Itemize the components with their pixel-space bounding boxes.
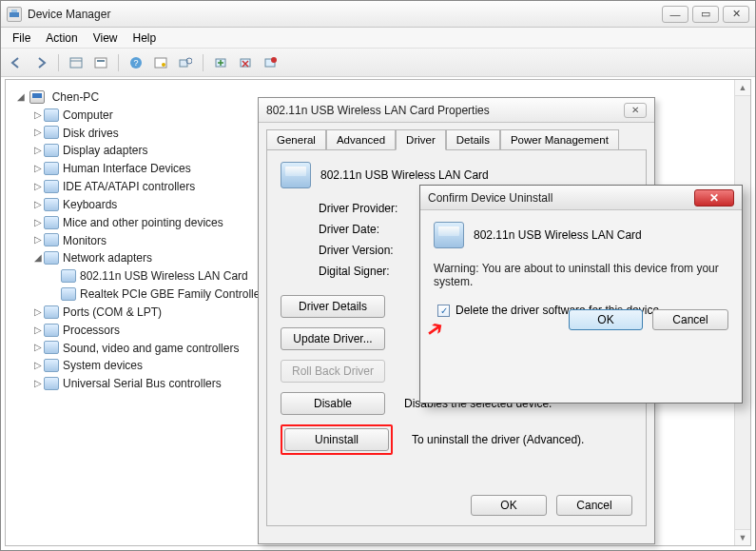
expand-icon[interactable]: ▷ bbox=[32, 339, 44, 356]
update-driver-button[interactable] bbox=[209, 52, 232, 73]
dialog-title: 802.11n USB Wireless LAN Card Properties bbox=[266, 104, 624, 117]
menu-file[interactable]: File bbox=[5, 30, 38, 47]
roll-back-driver-button[interactable]: Roll Back Driver bbox=[281, 360, 385, 383]
properties-ok-button[interactable]: OK bbox=[471, 495, 547, 516]
confirm-cancel-button[interactable]: Cancel bbox=[652, 309, 728, 330]
help-button[interactable]: ? bbox=[125, 52, 147, 73]
expand-icon[interactable]: ▷ bbox=[32, 304, 44, 321]
show-hidden-button[interactable] bbox=[65, 52, 87, 73]
tree-item-network[interactable]: Network adapters bbox=[63, 251, 152, 265]
toolbar-separator bbox=[203, 54, 204, 71]
driver-details-button[interactable]: Driver Details bbox=[281, 295, 385, 318]
delete-driver-checkbox[interactable]: ✓ bbox=[437, 305, 450, 317]
tree-item[interactable]: Keyboards bbox=[63, 198, 117, 211]
network-adapter-icon bbox=[434, 222, 464, 248]
expand-icon[interactable]: ▷ bbox=[32, 124, 44, 141]
tree-item[interactable]: Mice and other pointing devices bbox=[63, 216, 223, 229]
device-category-icon bbox=[44, 180, 59, 193]
tree-root-label[interactable]: Chen-PC bbox=[52, 90, 99, 104]
scan-hardware-button[interactable] bbox=[174, 52, 197, 73]
dialog-close-button[interactable]: ✕ bbox=[624, 103, 647, 118]
close-button[interactable]: ✕ bbox=[723, 6, 749, 23]
expand-icon[interactable]: ▷ bbox=[32, 214, 44, 231]
svg-text:?: ? bbox=[133, 58, 138, 68]
tree-item[interactable]: Ports (COM & LPT) bbox=[63, 305, 162, 319]
tree-item[interactable]: Universal Serial Bus controllers bbox=[63, 377, 222, 390]
svg-rect-4 bbox=[95, 58, 107, 68]
dialog-titlebar: Confirm Device Uninstall ✕ bbox=[420, 186, 742, 210]
spacer bbox=[49, 267, 61, 285]
menu-bar: File Action View Help bbox=[1, 28, 755, 49]
minimize-button[interactable]: — bbox=[662, 6, 688, 23]
disable-button[interactable]: Disable bbox=[281, 392, 385, 415]
tab-general[interactable]: General bbox=[266, 129, 326, 150]
tab-power-management[interactable]: Power Management bbox=[500, 129, 619, 150]
svg-rect-5 bbox=[97, 60, 105, 62]
svg-rect-0 bbox=[10, 12, 19, 17]
device-category-icon bbox=[44, 126, 59, 139]
expand-icon[interactable]: ▷ bbox=[32, 142, 44, 159]
tab-advanced[interactable]: Advanced bbox=[326, 129, 396, 150]
collapse-icon[interactable]: ◢ bbox=[32, 249, 44, 266]
svg-rect-2 bbox=[70, 58, 82, 68]
highlight-annotation: Uninstall bbox=[281, 424, 393, 455]
expand-icon[interactable]: ▷ bbox=[32, 375, 44, 392]
device-category-icon bbox=[44, 216, 59, 229]
tree-item[interactable]: Monitors bbox=[63, 233, 107, 246]
tree-item[interactable]: Display adapters bbox=[63, 144, 147, 157]
expand-icon[interactable]: ▷ bbox=[32, 160, 44, 177]
tree-item[interactable]: Sound, video and game controllers bbox=[63, 341, 239, 354]
toolbar-separator bbox=[118, 54, 119, 71]
forward-button[interactable] bbox=[29, 52, 52, 73]
expand-icon[interactable]: ▷ bbox=[32, 357, 44, 374]
action-properties-button[interactable] bbox=[149, 52, 172, 73]
scroll-up-icon[interactable]: ▲ bbox=[735, 80, 750, 96]
device-category-icon bbox=[44, 359, 59, 372]
uninstall-description: To uninstall the driver (Advanced). bbox=[412, 433, 584, 446]
svg-point-17 bbox=[271, 57, 277, 63]
spacer bbox=[49, 285, 61, 303]
warning-text: Warning: You are about to uninstall this… bbox=[434, 262, 728, 288]
tree-item[interactable]: IDE ATA/ATAPI controllers bbox=[63, 180, 195, 193]
expand-icon[interactable]: ▷ bbox=[32, 178, 44, 195]
back-button[interactable] bbox=[5, 52, 28, 73]
driver-date-label: Driver Date: bbox=[319, 223, 433, 236]
dialog-body: 802.11n USB Wireless LAN Card Warning: Y… bbox=[420, 210, 742, 342]
tab-driver[interactable]: Driver bbox=[396, 129, 446, 150]
expand-icon[interactable]: ▷ bbox=[32, 231, 44, 248]
app-icon bbox=[7, 7, 22, 22]
expand-icon[interactable]: ▷ bbox=[32, 322, 44, 339]
tab-details[interactable]: Details bbox=[446, 129, 500, 150]
network-adapter-icon bbox=[61, 269, 76, 283]
properties-cancel-button[interactable]: Cancel bbox=[556, 495, 632, 516]
tree-item[interactable]: Human Interface Devices bbox=[63, 162, 191, 175]
scroll-down-icon[interactable]: ▼ bbox=[735, 529, 750, 545]
uninstall-button[interactable]: Uninstall bbox=[284, 428, 389, 451]
tree-item[interactable]: Computer bbox=[63, 108, 113, 122]
expand-icon[interactable]: ▷ bbox=[32, 107, 44, 124]
arrow-annotation-icon: ➔ bbox=[420, 314, 449, 344]
dialog-close-button[interactable]: ✕ bbox=[694, 189, 734, 207]
device-name-label: 802.11n USB Wireless LAN Card bbox=[320, 168, 489, 182]
disable-device-button[interactable] bbox=[234, 52, 257, 73]
update-driver-button[interactable]: Update Driver... bbox=[281, 327, 385, 350]
tree-item[interactable]: Processors bbox=[63, 324, 120, 337]
confirm-ok-button[interactable]: OK bbox=[569, 309, 643, 330]
menu-help[interactable]: Help bbox=[126, 30, 165, 47]
maximize-button[interactable]: ▭ bbox=[692, 6, 719, 23]
menu-view[interactable]: View bbox=[86, 30, 126, 47]
svg-point-9 bbox=[162, 63, 165, 67]
collapse-icon[interactable]: ◢ bbox=[15, 89, 27, 106]
network-adapter-icon bbox=[61, 287, 76, 301]
toolbar-separator bbox=[58, 54, 59, 71]
tree-item[interactable]: 802.11n USB Wireless LAN Card bbox=[80, 269, 248, 283]
properties-button[interactable] bbox=[89, 52, 112, 73]
network-adapter-icon bbox=[281, 162, 311, 188]
tree-item[interactable]: System devices bbox=[63, 359, 143, 372]
window-title: Device Manager bbox=[28, 8, 658, 21]
tree-item[interactable]: Realtek PCIe GBE Family Controlle bbox=[80, 287, 260, 301]
tree-item[interactable]: Disk drives bbox=[63, 126, 119, 139]
menu-action[interactable]: Action bbox=[38, 30, 85, 47]
uninstall-device-button[interactable] bbox=[259, 52, 281, 73]
expand-icon[interactable]: ▷ bbox=[32, 196, 44, 213]
